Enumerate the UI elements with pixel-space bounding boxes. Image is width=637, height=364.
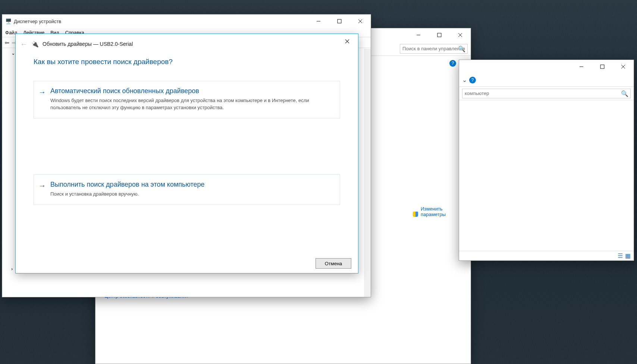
close-button[interactable] xyxy=(350,15,371,28)
wizard-back-button: ← xyxy=(20,40,28,48)
devmgr-titlebar[interactable]: 🖥️ Диспетчер устройств xyxy=(2,15,371,28)
minimize-button[interactable] xyxy=(308,15,329,28)
explorer-window: ⌄ ? 🔍 ☰ ▦ xyxy=(459,60,634,261)
svg-rect-1 xyxy=(437,33,441,37)
wizard-close-button[interactable] xyxy=(338,35,357,47)
control-panel-search[interactable] xyxy=(400,44,468,54)
cancel-button[interactable]: Отмена xyxy=(316,258,351,269)
maximize-button[interactable] xyxy=(592,60,613,73)
wizard-header: ← 🔌 Обновить драйверы — USB2.0-Serial xyxy=(16,34,358,54)
option-title: Автоматический поиск обновленных драйвер… xyxy=(50,87,333,95)
shield-icon xyxy=(413,212,418,217)
update-driver-wizard: ← 🔌 Обновить драйверы — USB2.0-Serial Ка… xyxy=(15,34,358,273)
devmgr-icon: 🖥️ xyxy=(5,18,12,24)
device-icon: 🔌 xyxy=(31,41,39,48)
option-auto-search[interactable]: → Автоматический поиск обновленных драйв… xyxy=(34,81,340,118)
wizard-footer: Отмена xyxy=(16,254,358,273)
svg-rect-5 xyxy=(600,65,604,69)
thumbnails-view-icon[interactable]: ▦ xyxy=(625,252,631,259)
search-icon[interactable]: 🔍 xyxy=(621,90,628,97)
arrow-right-icon: → xyxy=(38,181,46,190)
arrow-right-icon: → xyxy=(38,88,46,96)
help-icon[interactable]: ? xyxy=(449,60,456,67)
explorer-titlebar[interactable] xyxy=(459,60,634,73)
help-icon[interactable]: ? xyxy=(469,77,476,83)
close-button[interactable] xyxy=(450,28,471,42)
chevron-down-icon: ⌄ xyxy=(11,50,15,56)
option-description: Поиск и установка драйверов вручную. xyxy=(50,191,333,198)
close-button[interactable] xyxy=(613,60,634,73)
maximize-button[interactable] xyxy=(329,15,350,28)
explorer-search[interactable] xyxy=(462,89,631,98)
minimize-button[interactable] xyxy=(571,60,592,73)
details-view-icon[interactable]: ☰ xyxy=(618,252,623,259)
maximize-button[interactable] xyxy=(429,28,450,42)
search-icon[interactable]: 🔍 xyxy=(458,45,465,53)
devmgr-title: Диспетчер устройств xyxy=(14,19,61,24)
change-settings-link[interactable]: Изменить параметры xyxy=(421,206,462,217)
option-description: Windows будет вести поиск последних верс… xyxy=(50,97,333,111)
explorer-address-row: ⌄ ? xyxy=(459,73,634,87)
wizard-question: Как вы хотите провести поиск драйверов? xyxy=(34,58,340,66)
explorer-statusbar: ☰ ▦ xyxy=(459,251,634,260)
option-title: Выполнить поиск драйверов на этом компью… xyxy=(50,181,333,189)
chevron-down-icon[interactable]: ⌄ xyxy=(462,76,467,83)
wizard-title: Обновить драйверы — USB2.0-Serial xyxy=(43,41,133,47)
back-icon[interactable]: ⬅ xyxy=(4,39,9,46)
scrollbar[interactable] xyxy=(364,49,371,297)
option-manual-search[interactable]: → Выполнить поиск драйверов на этом комп… xyxy=(34,174,340,205)
svg-rect-9 xyxy=(338,19,341,23)
minimize-button[interactable] xyxy=(408,28,429,42)
